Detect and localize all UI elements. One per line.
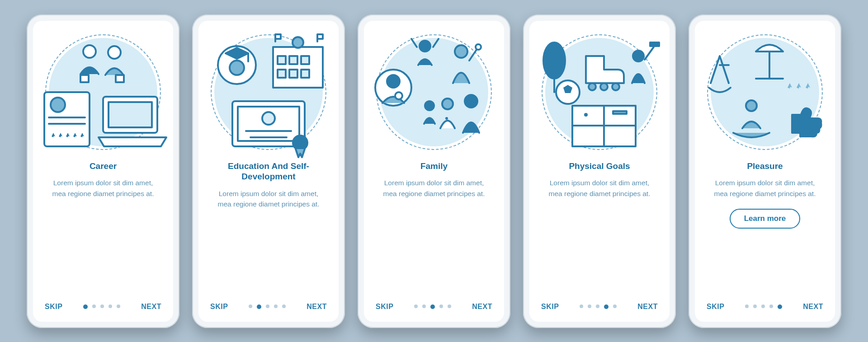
- dot-2[interactable]: [422, 305, 426, 308]
- screen-description: Lorem ipsum dolor sit dim amet, mea regi…: [377, 178, 491, 199]
- onboarding-screen-physical: Physical Goals Lorem ipsum dolor sit dim…: [529, 21, 670, 322]
- svg-point-52: [584, 113, 588, 117]
- dot-5[interactable]: [613, 305, 617, 308]
- svg-point-37: [442, 98, 453, 109]
- phone-frame: Career Lorem ipsum dolor sit dim amet, m…: [27, 14, 179, 328]
- dot-2[interactable]: [588, 305, 591, 308]
- svg-rect-2: [80, 75, 89, 82]
- next-button[interactable]: NEXT: [803, 303, 823, 311]
- svg-rect-16: [301, 56, 309, 64]
- family-illustration: [380, 38, 488, 146]
- skip-button[interactable]: SKIP: [376, 303, 393, 311]
- svg-point-27: [420, 41, 430, 52]
- onboarding-screen-education: Education And Self-Development Lorem ips…: [198, 21, 339, 322]
- dot-1[interactable]: [414, 305, 418, 308]
- skip-button[interactable]: SKIP: [210, 303, 228, 311]
- dot-4[interactable]: [769, 305, 773, 308]
- screen-description: Lorem ipsum dolor sit dim amet, mea regi…: [47, 178, 160, 199]
- svg-point-43: [589, 83, 596, 90]
- dot-5[interactable]: [778, 305, 782, 309]
- dot-3[interactable]: [761, 305, 765, 308]
- svg-point-5: [51, 98, 65, 112]
- dot-1[interactable]: [580, 305, 583, 308]
- svg-rect-48: [650, 42, 659, 46]
- learn-more-button[interactable]: Learn more: [730, 209, 801, 229]
- svg-point-20: [292, 37, 303, 48]
- dot-3[interactable]: [430, 305, 435, 309]
- svg-rect-17: [278, 70, 286, 78]
- svg-rect-14: [278, 56, 286, 64]
- svg-point-35: [395, 92, 402, 99]
- dot-4[interactable]: [439, 305, 443, 308]
- svg-point-30: [455, 45, 467, 58]
- svg-rect-53: [613, 111, 627, 114]
- dot-2[interactable]: [92, 305, 96, 308]
- dot-5[interactable]: [117, 305, 120, 308]
- svg-point-26: [293, 136, 307, 150]
- svg-point-57: [746, 100, 757, 111]
- dot-5[interactable]: [448, 305, 451, 308]
- dot-1[interactable]: [249, 305, 252, 308]
- svg-rect-4: [44, 92, 90, 146]
- screen-title: Career: [90, 161, 117, 172]
- svg-rect-3: [116, 75, 124, 82]
- onboarding-screen-pleasure: Pleasure Lorem ipsum dolor sit dim amet,…: [695, 21, 835, 322]
- career-icon: [35, 24, 171, 160]
- svg-rect-19: [301, 70, 309, 78]
- physical-icon: [532, 24, 667, 160]
- nav-row: SKIP NEXT: [541, 303, 658, 311]
- dot-3[interactable]: [100, 305, 104, 308]
- page-dots: [249, 305, 286, 309]
- page-dots: [580, 305, 617, 309]
- svg-point-32: [476, 44, 481, 50]
- phone-frame: Physical Goals Lorem ipsum dolor sit dim…: [523, 14, 676, 328]
- svg-rect-18: [289, 70, 297, 78]
- svg-point-0: [83, 45, 96, 58]
- phone-frame: Education And Self-Development Lorem ips…: [192, 14, 345, 328]
- next-button[interactable]: NEXT: [637, 303, 658, 311]
- career-illustration: [49, 38, 157, 146]
- svg-line-31: [469, 50, 476, 61]
- phone-frame: Pleasure Lorem ipsum dolor sit dim amet,…: [689, 14, 841, 328]
- dot-4[interactable]: [604, 305, 609, 309]
- dot-5[interactable]: [282, 305, 286, 308]
- dot-1[interactable]: [83, 305, 88, 309]
- next-button[interactable]: NEXT: [141, 303, 161, 311]
- onboarding-screen-career: Career Lorem ipsum dolor sit dim amet, m…: [33, 21, 173, 322]
- svg-line-29: [433, 39, 439, 47]
- next-button[interactable]: NEXT: [472, 303, 492, 311]
- skip-button[interactable]: SKIP: [707, 303, 724, 311]
- svg-point-40: [543, 42, 565, 79]
- next-button[interactable]: NEXT: [307, 303, 327, 311]
- svg-point-38: [445, 117, 448, 120]
- dot-3[interactable]: [266, 305, 269, 308]
- family-icon: [366, 24, 502, 160]
- physical-illustration: [545, 38, 654, 146]
- screen-description: Lorem ipsum dolor sit dim amet, mea regi…: [543, 178, 656, 199]
- svg-point-46: [633, 51, 644, 61]
- dot-2[interactable]: [257, 305, 261, 309]
- pleasure-illustration: [711, 38, 819, 146]
- nav-row: SKIP NEXT: [45, 303, 161, 311]
- skip-button[interactable]: SKIP: [541, 303, 559, 311]
- dot-3[interactable]: [596, 305, 599, 308]
- svg-point-23: [262, 112, 275, 125]
- svg-rect-9: [108, 102, 152, 127]
- svg-point-36: [425, 101, 434, 110]
- pleasure-icon: [697, 24, 833, 160]
- skip-button[interactable]: SKIP: [45, 303, 62, 311]
- page-dots: [745, 305, 782, 309]
- screen-title: Pleasure: [747, 161, 783, 172]
- dot-1[interactable]: [745, 305, 749, 308]
- dot-4[interactable]: [108, 305, 112, 308]
- screen-title: Family: [420, 161, 448, 172]
- phone-frame: Family Lorem ipsum dolor sit dim amet, m…: [358, 14, 510, 328]
- screen-description: Lorem ipsum dolor sit dim amet, mea regi…: [708, 178, 821, 199]
- dot-4[interactable]: [274, 305, 278, 308]
- svg-line-28: [411, 39, 417, 47]
- svg-point-1: [108, 46, 121, 59]
- page-dots: [414, 305, 451, 309]
- education-illustration: [214, 38, 323, 146]
- nav-row: SKIP NEXT: [707, 303, 823, 311]
- dot-2[interactable]: [753, 305, 757, 308]
